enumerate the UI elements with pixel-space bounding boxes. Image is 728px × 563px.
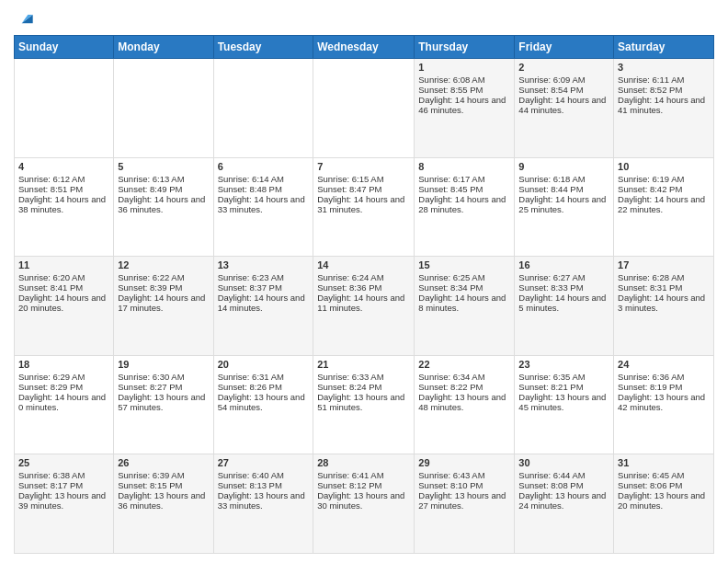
calendar-cell: 3Sunrise: 6:11 AMSunset: 8:52 PMDaylight… bbox=[614, 59, 714, 158]
calendar-cell: 16Sunrise: 6:27 AMSunset: 8:33 PMDayligh… bbox=[515, 257, 614, 356]
day-number: 18 bbox=[18, 359, 109, 370]
day-info: Daylight: 13 hours and 20 minutes. bbox=[618, 490, 710, 511]
day-header-sunday: Sunday bbox=[15, 36, 114, 59]
day-info: Daylight: 13 hours and 33 minutes. bbox=[218, 490, 310, 511]
day-info: Sunrise: 6:08 AM bbox=[418, 75, 510, 85]
day-header-saturday: Saturday bbox=[614, 36, 714, 59]
day-info: Sunset: 8:44 PM bbox=[518, 184, 609, 194]
day-info: Sunrise: 6:35 AM bbox=[518, 372, 609, 382]
calendar-cell bbox=[313, 59, 415, 158]
day-number: 27 bbox=[218, 457, 310, 468]
calendar-cell: 29Sunrise: 6:43 AMSunset: 8:10 PMDayligh… bbox=[415, 454, 515, 554]
day-info: Sunrise: 6:17 AM bbox=[418, 174, 510, 184]
day-info: Sunrise: 6:25 AM bbox=[418, 272, 510, 282]
day-info: Sunrise: 6:29 AM bbox=[18, 372, 109, 382]
day-info: Sunset: 8:34 PM bbox=[418, 282, 510, 293]
day-info: Sunset: 8:33 PM bbox=[518, 282, 609, 293]
day-info: Sunset: 8:41 PM bbox=[18, 282, 109, 293]
calendar-cell: 12Sunrise: 6:22 AMSunset: 8:39 PMDayligh… bbox=[114, 257, 213, 356]
day-info: Daylight: 14 hours and 5 minutes. bbox=[518, 293, 609, 313]
day-info: Daylight: 14 hours and 28 minutes. bbox=[418, 194, 510, 214]
day-info: Sunrise: 6:41 AM bbox=[317, 470, 410, 480]
day-info: Daylight: 14 hours and 17 minutes. bbox=[118, 293, 209, 313]
day-info: Sunrise: 6:13 AM bbox=[118, 174, 209, 184]
day-info: Sunset: 8:51 PM bbox=[18, 184, 109, 194]
day-info: Sunrise: 6:28 AM bbox=[618, 272, 710, 282]
calendar-cell: 9Sunrise: 6:18 AMSunset: 8:44 PMDaylight… bbox=[515, 157, 614, 257]
day-info: Sunrise: 6:31 AM bbox=[218, 372, 310, 382]
day-info: Daylight: 14 hours and 20 minutes. bbox=[18, 293, 109, 313]
day-info: Sunset: 8:22 PM bbox=[418, 382, 510, 392]
day-info: Sunrise: 6:12 AM bbox=[18, 174, 109, 184]
day-info: Sunset: 8:47 PM bbox=[317, 184, 410, 194]
day-number: 21 bbox=[317, 359, 410, 370]
day-number: 3 bbox=[618, 62, 710, 73]
calendar-cell: 4Sunrise: 6:12 AMSunset: 8:51 PMDaylight… bbox=[15, 157, 114, 257]
day-number: 4 bbox=[18, 161, 109, 172]
day-info: Sunrise: 6:43 AM bbox=[418, 470, 510, 480]
week-row-5: 25Sunrise: 6:38 AMSunset: 8:17 PMDayligh… bbox=[15, 454, 714, 554]
day-info: Sunrise: 6:19 AM bbox=[618, 174, 710, 184]
day-info: Sunset: 8:48 PM bbox=[218, 184, 310, 194]
calendar-cell: 10Sunrise: 6:19 AMSunset: 8:42 PMDayligh… bbox=[614, 157, 714, 257]
calendar-cell: 7Sunrise: 6:15 AMSunset: 8:47 PMDaylight… bbox=[313, 157, 415, 257]
day-info: Sunset: 8:37 PM bbox=[218, 282, 310, 293]
day-info: Sunrise: 6:15 AM bbox=[317, 174, 410, 184]
day-number: 20 bbox=[218, 359, 310, 370]
day-info: Sunrise: 6:18 AM bbox=[518, 174, 609, 184]
day-info: Sunrise: 6:39 AM bbox=[118, 470, 209, 480]
day-header-monday: Monday bbox=[114, 36, 213, 59]
day-info: Sunset: 8:52 PM bbox=[618, 85, 710, 95]
day-number: 30 bbox=[518, 457, 609, 468]
week-row-2: 4Sunrise: 6:12 AMSunset: 8:51 PMDaylight… bbox=[15, 157, 714, 257]
day-number: 17 bbox=[618, 259, 710, 270]
day-info: Daylight: 14 hours and 0 minutes. bbox=[18, 392, 109, 412]
day-info: Sunset: 8:24 PM bbox=[317, 382, 410, 392]
day-number: 31 bbox=[618, 457, 710, 468]
day-info: Daylight: 13 hours and 39 minutes. bbox=[18, 490, 109, 511]
day-info: Daylight: 14 hours and 33 minutes. bbox=[218, 194, 310, 214]
day-number: 15 bbox=[418, 259, 510, 270]
day-info: Daylight: 14 hours and 38 minutes. bbox=[18, 194, 109, 214]
calendar-cell: 21Sunrise: 6:33 AMSunset: 8:24 PMDayligh… bbox=[313, 355, 415, 454]
day-number: 12 bbox=[118, 259, 209, 270]
calendar-cell bbox=[114, 59, 213, 158]
calendar-table: SundayMondayTuesdayWednesdayThursdayFrid… bbox=[14, 35, 714, 554]
day-info: Sunset: 8:36 PM bbox=[317, 282, 410, 293]
day-info: Sunset: 8:42 PM bbox=[618, 184, 710, 194]
day-info: Daylight: 13 hours and 27 minutes. bbox=[418, 490, 510, 511]
day-number: 1 bbox=[418, 62, 510, 73]
day-info: Sunset: 8:27 PM bbox=[118, 382, 209, 392]
calendar-cell: 6Sunrise: 6:14 AMSunset: 8:48 PMDaylight… bbox=[213, 157, 313, 257]
day-info: Daylight: 14 hours and 22 minutes. bbox=[618, 194, 710, 214]
header-row: SundayMondayTuesdayWednesdayThursdayFrid… bbox=[15, 36, 714, 59]
calendar-cell: 15Sunrise: 6:25 AMSunset: 8:34 PMDayligh… bbox=[415, 257, 515, 356]
day-info: Daylight: 14 hours and 3 minutes. bbox=[618, 293, 710, 313]
calendar-cell: 19Sunrise: 6:30 AMSunset: 8:27 PMDayligh… bbox=[114, 355, 213, 454]
calendar-cell bbox=[213, 59, 313, 158]
day-number: 16 bbox=[518, 259, 609, 270]
day-number: 26 bbox=[118, 457, 209, 468]
calendar-cell: 27Sunrise: 6:40 AMSunset: 8:13 PMDayligh… bbox=[213, 454, 313, 554]
day-info: Sunrise: 6:24 AM bbox=[317, 272, 410, 282]
day-number: 2 bbox=[518, 62, 609, 73]
day-info: Sunset: 8:26 PM bbox=[218, 382, 310, 392]
day-number: 23 bbox=[518, 359, 609, 370]
day-number: 29 bbox=[418, 457, 510, 468]
calendar-cell: 5Sunrise: 6:13 AMSunset: 8:49 PMDaylight… bbox=[114, 157, 213, 257]
day-info: Sunset: 8:19 PM bbox=[618, 382, 710, 392]
day-info: Sunrise: 6:36 AM bbox=[618, 372, 710, 382]
calendar-cell: 24Sunrise: 6:36 AMSunset: 8:19 PMDayligh… bbox=[614, 355, 714, 454]
day-number: 11 bbox=[18, 259, 109, 270]
calendar-cell bbox=[15, 59, 114, 158]
day-info: Daylight: 14 hours and 41 minutes. bbox=[618, 95, 710, 115]
day-number: 22 bbox=[418, 359, 510, 370]
day-info: Daylight: 13 hours and 51 minutes. bbox=[317, 392, 410, 412]
day-number: 13 bbox=[218, 259, 310, 270]
day-info: Sunset: 8:08 PM bbox=[518, 480, 609, 490]
day-number: 5 bbox=[118, 161, 209, 172]
logo-icon bbox=[16, 9, 34, 28]
day-info: Sunset: 8:55 PM bbox=[418, 85, 510, 95]
week-row-1: 1Sunrise: 6:08 AMSunset: 8:55 PMDaylight… bbox=[15, 59, 714, 158]
day-info: Sunset: 8:15 PM bbox=[118, 480, 209, 490]
